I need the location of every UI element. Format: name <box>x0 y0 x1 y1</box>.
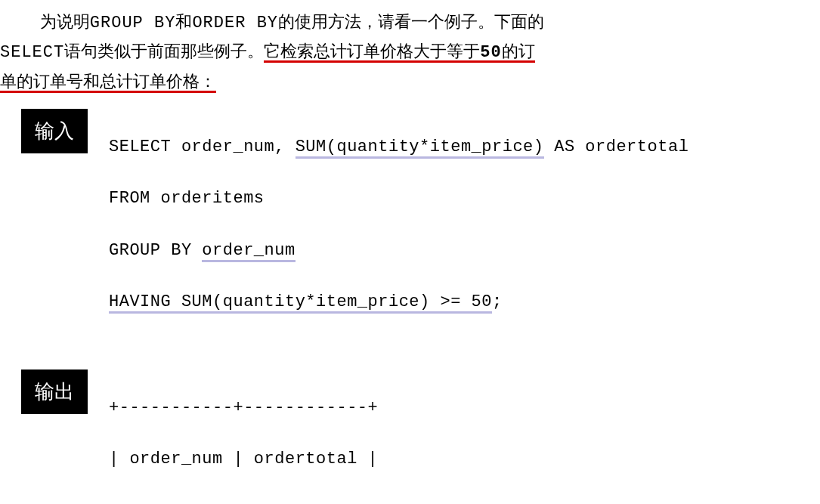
intro-paragraph: 为说明GROUP BY和ORDER BY的使用方法，请看一个例子。下面的 SEL… <box>0 8 812 95</box>
table-header: | order_num | ordertotal | <box>109 447 378 472</box>
code-text: AS ordertotal <box>544 138 689 156</box>
text: 为说明 <box>40 12 90 31</box>
kw-groupby: GROUP BY <box>90 14 176 32</box>
code-text-underlined: HAVING SUM(quantity*item_price) >= 50 <box>109 292 492 314</box>
sql-input: SELECT order_num, SUM(quantity*item_pric… <box>109 109 688 366</box>
input-section: 输入 SELECT order_num, SUM(quantity*item_p… <box>0 109 812 366</box>
output-section: 输出 +-----------+------------+ | order_nu… <box>0 369 812 504</box>
code-text-underlined: SUM(quantity*item_price) <box>296 138 544 159</box>
text: 的订 <box>502 42 535 60</box>
text: 语句类似于前面那些例子。 <box>64 42 264 60</box>
table-sep: +-----------+------------+ <box>109 395 378 421</box>
input-label: 输入 <box>21 109 88 153</box>
text-underlined: 它检索总计订单价格大于等于50的订 <box>264 42 534 63</box>
kw-select: SELECT <box>0 43 64 62</box>
code-text: FROM orderitems <box>109 186 688 212</box>
num-50: 50 <box>480 43 501 62</box>
code-text: ; <box>492 292 503 311</box>
sql-output: +-----------+------------+ | order_num |… <box>109 369 378 504</box>
text-underlined: 单的订单号和总计订单价格： <box>0 72 216 93</box>
output-label: 输出 <box>21 369 88 414</box>
text: 的使用方法，请看一个例子。下面的 <box>278 12 544 31</box>
text: 和 <box>175 12 192 31</box>
table-sep: +-----------+------------+ <box>109 499 378 504</box>
code-text: GROUP BY <box>109 241 202 260</box>
kw-orderby: ORDER BY <box>192 14 278 32</box>
text: 它检索总计订单价格大于等于 <box>264 42 480 60</box>
code-text: SELECT order_num, <box>109 138 296 156</box>
code-text-underlined: order_num <box>202 241 295 262</box>
